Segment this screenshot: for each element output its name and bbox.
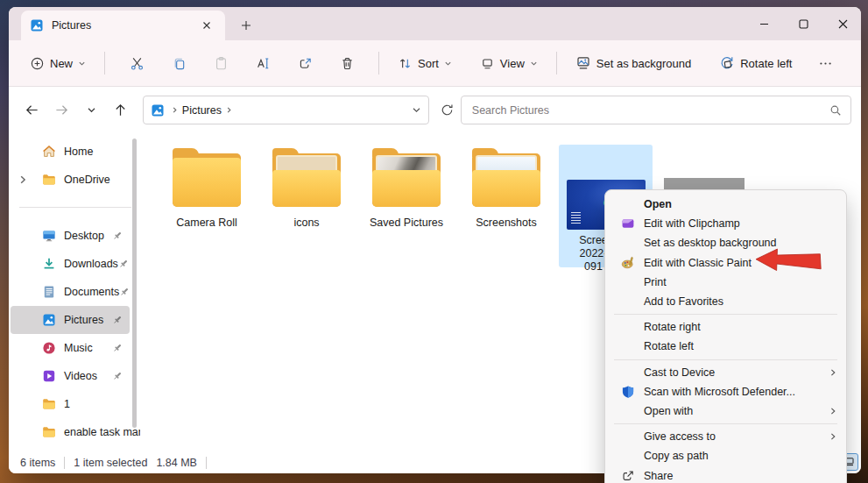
sidebar-item-videos[interactable]: Videos <box>11 362 130 390</box>
menu-item-edit-with-clipchamp[interactable]: Edit with Clipchamp <box>605 214 846 233</box>
trash-icon <box>340 56 355 71</box>
sidebar-item-home[interactable]: Home <box>11 138 130 166</box>
pin-icon <box>112 371 123 381</box>
folder-icon <box>42 397 56 411</box>
folder-tile-icons[interactable]: icons <box>257 147 356 229</box>
sidebar-item-desktop[interactable]: Desktop <box>11 222 130 250</box>
sidebar-item-label: Documents <box>64 286 119 298</box>
status-separator <box>206 457 207 469</box>
rotate-left-label: Rotate left <box>740 57 792 70</box>
pictures-icon <box>30 18 44 32</box>
sidebar-item-pictures[interactable]: Pictures <box>11 306 130 334</box>
sidebar-scrollbar[interactable] <box>132 139 137 428</box>
sidebar-item-enable-task[interactable]: enable task mar <box>11 418 130 446</box>
sidebar-item-folder-1[interactable]: 1 <box>11 390 130 418</box>
sidebar-item-label: OneDrive <box>64 174 110 186</box>
documents-icon <box>42 285 56 299</box>
sidebar-item-downloads[interactable]: Downloads <box>11 250 130 278</box>
new-button[interactable]: New <box>22 50 94 77</box>
folder-tile-saved-pictures[interactable]: Saved Pictures <box>356 147 456 229</box>
address-dropdown-icon[interactable] <box>412 105 421 115</box>
menu-item-open-with[interactable]: Open with <box>605 401 846 421</box>
plus-circle-icon <box>30 56 45 71</box>
toolbar-separator <box>556 52 557 75</box>
expand-chevron-icon[interactable] <box>18 174 28 185</box>
share-button[interactable] <box>288 48 321 78</box>
rotate-left-button[interactable]: Rotate left <box>711 49 800 77</box>
sidebar-item-documents[interactable]: Documents <box>11 278 130 306</box>
tab-title: Pictures <box>52 19 197 32</box>
address-bar[interactable]: Pictures <box>143 96 429 124</box>
view-button[interactable]: View <box>472 50 546 77</box>
menu-item-share[interactable]: Share <box>605 465 846 483</box>
navigation-pane: Home OneDrive Desktop <box>9 133 140 451</box>
share-icon <box>621 469 635 483</box>
menu-item-add-to-favorites[interactable]: Add to Favorites <box>605 292 846 311</box>
folder-icon <box>42 425 56 439</box>
recent-locations-button[interactable] <box>76 96 106 124</box>
back-button[interactable] <box>18 96 47 124</box>
submenu-chevron-icon <box>829 432 837 441</box>
pictures-icon <box>42 313 56 327</box>
submenu-chevron-icon <box>829 407 837 416</box>
search-input[interactable] <box>470 103 829 117</box>
sidebar-item-music[interactable]: Music <box>11 334 130 362</box>
chevron-down-icon <box>87 105 96 115</box>
new-tab-button[interactable] <box>235 14 258 37</box>
refresh-button[interactable] <box>434 97 461 124</box>
folder-tile-camera-roll[interactable]: Camera Roll <box>157 147 257 229</box>
set-as-background-button[interactable]: Set as background <box>568 49 699 77</box>
search-box[interactable] <box>461 96 851 124</box>
set-as-background-label: Set as background <box>596 57 691 70</box>
see-more-button[interactable] <box>808 48 842 78</box>
folder-icon <box>42 173 56 187</box>
menu-item-open[interactable]: Open <box>605 195 846 214</box>
delete-button[interactable] <box>330 48 363 78</box>
copy-button[interactable] <box>162 48 195 78</box>
paste-button[interactable] <box>204 48 237 78</box>
forward-arrow-icon <box>54 103 69 117</box>
sidebar-item-onedrive[interactable]: OneDrive <box>11 166 130 194</box>
folder-icon <box>266 147 347 214</box>
forward-button[interactable] <box>47 96 77 124</box>
up-arrow-icon <box>113 103 128 117</box>
selection-size: 1.84 MB <box>156 457 197 469</box>
tab-close-icon[interactable] <box>197 16 216 35</box>
chevron-right-icon <box>225 106 233 114</box>
rename-icon <box>256 56 271 71</box>
rename-button[interactable] <box>246 48 279 78</box>
maximize-button[interactable] <box>786 11 821 37</box>
menu-item-copy-as-path[interactable]: Copy as path <box>605 446 846 465</box>
up-button[interactable] <box>106 96 136 124</box>
sidebar-item-label: Desktop <box>64 230 104 242</box>
sidebar-item-label: Videos <box>64 370 97 382</box>
close-button[interactable] <box>825 11 860 37</box>
folder-tile-screenshots[interactable]: Screenshots <box>456 147 556 229</box>
menu-item-rotate-right[interactable]: Rotate right <box>605 317 846 337</box>
folder-icon <box>466 147 547 214</box>
toolbar-separator <box>104 52 105 75</box>
breadcrumb-pictures[interactable]: Pictures <box>182 104 222 117</box>
menu-item-cast-to-device[interactable]: Cast to Device <box>605 363 846 382</box>
downloads-icon <box>42 257 56 271</box>
selection-count: 1 item selected <box>74 457 147 469</box>
copy-icon <box>172 56 187 71</box>
folder-name: Saved Pictures <box>356 217 456 229</box>
home-icon <box>42 145 56 159</box>
rotate-left-icon <box>719 55 735 71</box>
sidebar-item-label: Music <box>64 342 93 354</box>
refresh-icon <box>441 103 454 117</box>
menu-item-give-access-to[interactable]: Give access to <box>605 427 846 446</box>
cut-button[interactable] <box>120 48 153 78</box>
sidebar-item-label: 1 <box>64 398 70 410</box>
sort-button[interactable]: Sort <box>390 50 460 77</box>
pin-icon <box>112 315 123 325</box>
minimize-button[interactable] <box>746 11 781 37</box>
menu-item-rotate-left[interactable]: Rotate left <box>605 337 846 356</box>
pin-icon <box>112 343 123 353</box>
sort-button-label: Sort <box>418 57 439 70</box>
tab-pictures[interactable]: Pictures <box>21 11 225 40</box>
defender-shield-icon <box>621 385 635 399</box>
menu-item-scan-with-defender[interactable]: Scan with Microsoft Defender... <box>605 382 846 401</box>
back-arrow-icon <box>25 103 39 117</box>
